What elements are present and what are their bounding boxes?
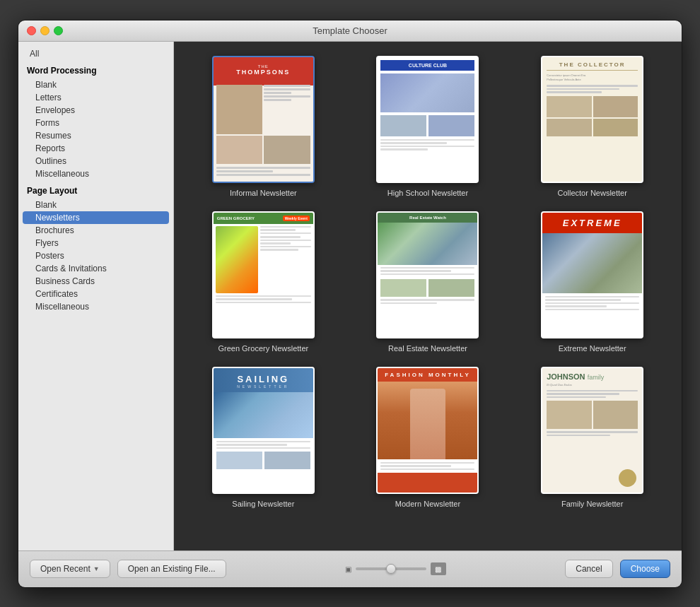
- maximize-button[interactable]: [54, 26, 63, 35]
- minimize-button[interactable]: [40, 26, 49, 35]
- sidebar-category-word-processing: Word Processing: [18, 64, 173, 77]
- sidebar-item-pl-misc[interactable]: Miscellaneous: [18, 300, 173, 313]
- template-label-collector: Collector Newsletter: [557, 189, 626, 197]
- template-label-informal: Informal Newsletter: [230, 189, 297, 197]
- template-thumb-family: JOHNSON family Et Quod Duo Endus: [541, 367, 643, 494]
- sidebar-item-wp-letters[interactable]: Letters: [18, 91, 173, 104]
- sidebar: All Word Processing Blank Letters Envelo…: [18, 42, 174, 550]
- sidebar-item-wp-misc[interactable]: Miscellaneous: [18, 167, 173, 180]
- zoom-slider-area: ▣ ▩: [233, 562, 559, 575]
- template-thumb-informal: THE THOMPSONS: [212, 56, 315, 183]
- template-label-family: Family Newsletter: [561, 500, 623, 508]
- traffic-lights: [27, 26, 63, 35]
- template-thumb-collector: THE COLLECTOR Consectetur ipsum Oramet E…: [541, 56, 643, 183]
- sidebar-item-wp-resumes[interactable]: Resumes: [18, 129, 173, 142]
- sidebar-item-wp-reports[interactable]: Reports: [18, 142, 173, 155]
- choose-button[interactable]: Choose: [620, 560, 670, 578]
- template-label-extreme: Extreme Newsletter: [559, 344, 626, 353]
- chevron-down-icon: ▼: [93, 565, 100, 572]
- thumbnail-size-icon: ▩: [431, 562, 446, 575]
- template-thumb-modern: FASHION MONTHLY: [376, 367, 479, 494]
- template-item-realestate[interactable]: Real Estate Watch: [353, 211, 503, 353]
- template-grid: THE THOMPSONS: [188, 56, 667, 508]
- template-label-grocery: Green Grocery Newsletter: [218, 344, 308, 353]
- sidebar-item-pl-blank[interactable]: Blank: [18, 199, 173, 211]
- template-label-highschool: High School Newsletter: [387, 189, 468, 197]
- sidebar-item-wp-outlines[interactable]: Outlines: [18, 155, 173, 167]
- sidebar-item-all[interactable]: All: [18, 47, 173, 60]
- template-thumb-sailing: SAILING NEWSLETTER: [212, 367, 315, 494]
- template-label-modern: Modern Newsletter: [395, 500, 460, 508]
- open-recent-button[interactable]: Open Recent ▼: [30, 560, 110, 578]
- sidebar-category-page-layout: Page Layout: [18, 184, 173, 197]
- template-thumb-realestate: Real Estate Watch: [376, 211, 479, 338]
- sidebar-item-pl-newsletters[interactable]: Newsletters: [23, 211, 169, 224]
- sidebar-item-pl-posters[interactable]: Posters: [18, 249, 173, 262]
- close-button[interactable]: [27, 26, 36, 35]
- zoom-slider[interactable]: [356, 567, 426, 570]
- slider-thumb[interactable]: [386, 564, 396, 574]
- sidebar-item-pl-cards[interactable]: Cards & Invitations: [18, 262, 173, 275]
- sidebar-item-pl-business[interactable]: Business Cards: [18, 275, 173, 288]
- sidebar-item-wp-blank[interactable]: Blank: [18, 78, 173, 91]
- window-title: Template Chooser: [313, 25, 387, 36]
- template-item-grocery[interactable]: GREEN GROCERY Weekly Event: [188, 211, 339, 353]
- sidebar-item-wp-forms[interactable]: Forms: [18, 117, 173, 129]
- template-label-sailing: Sailing Newsletter: [232, 500, 294, 508]
- title-bar: Template Chooser: [18, 20, 682, 42]
- template-label-realestate: Real Estate Newsletter: [388, 344, 467, 353]
- bottom-bar: Open Recent ▼ Open an Existing File... ▣…: [18, 550, 682, 587]
- template-item-family[interactable]: JOHNSON family Et Quod Duo Endus: [517, 367, 667, 508]
- cancel-button[interactable]: Cancel: [565, 560, 612, 578]
- sidebar-item-wp-envelopes[interactable]: Envelopes: [18, 104, 173, 117]
- main-content: All Word Processing Blank Letters Envelo…: [18, 42, 682, 550]
- template-area: THE THOMPSONS: [174, 42, 682, 550]
- sidebar-item-pl-brochures[interactable]: Brochures: [18, 224, 173, 237]
- template-item-informal[interactable]: THE THOMPSONS: [188, 56, 339, 197]
- window: Template Chooser All Word Processing Bla…: [18, 20, 682, 588]
- open-existing-button[interactable]: Open an Existing File...: [117, 560, 226, 578]
- zoom-out-icon: ▣: [345, 565, 351, 573]
- template-thumb-extreme: EXTREME: [541, 211, 643, 338]
- template-item-collector[interactable]: THE COLLECTOR Consectetur ipsum Oramet E…: [517, 56, 667, 197]
- template-thumb-highschool: CULTURE CLUB: [376, 56, 479, 183]
- template-item-sailing[interactable]: SAILING NEWSLETTER: [188, 367, 339, 508]
- sidebar-item-pl-certs[interactable]: Certificates: [18, 288, 173, 300]
- template-item-extreme[interactable]: EXTREME Extreme Newsletter: [517, 211, 667, 353]
- template-thumb-grocery: GREEN GROCERY Weekly Event: [212, 211, 315, 338]
- sidebar-item-pl-flyers[interactable]: Flyers: [18, 237, 173, 249]
- template-item-highschool[interactable]: CULTURE CLUB: [353, 56, 503, 197]
- template-item-modern[interactable]: FASHION MONTHLY Modern Newsletter: [353, 367, 503, 508]
